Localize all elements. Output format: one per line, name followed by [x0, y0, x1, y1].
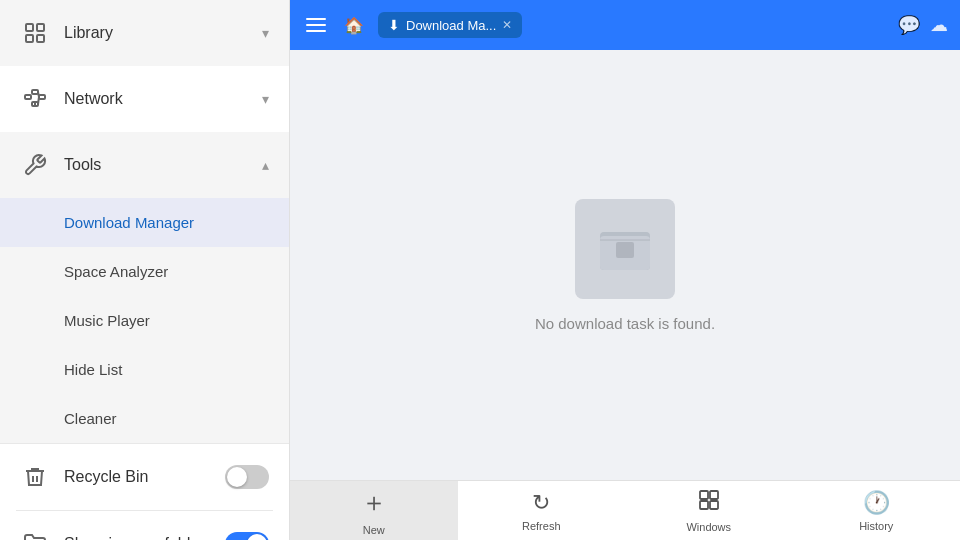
sidebar-item-library-label: Library: [64, 24, 262, 42]
tools-chevron-icon: ▴: [262, 157, 269, 173]
sidebar-bottom: Recycle Bin Show icon on folder: [0, 443, 289, 540]
plus-icon: ＋: [361, 485, 387, 520]
recycle-bin-icon: [20, 462, 50, 492]
windows-button-label: Windows: [686, 521, 731, 533]
sidebar-item-tools[interactable]: Tools ▴: [0, 132, 289, 198]
bottombar: ＋ New ↻ Refresh Windows 🕐 History: [290, 480, 960, 540]
tools-submenu: Download Manager Space Analyzer Music Pl…: [0, 198, 289, 443]
windows-icon: [698, 489, 720, 517]
svg-rect-1: [37, 24, 44, 31]
message-icon[interactable]: 💬: [898, 14, 920, 36]
new-button[interactable]: ＋ New: [290, 481, 458, 540]
network-icon: [20, 84, 50, 114]
library-chevron-icon: ▾: [262, 25, 269, 41]
svg-rect-5: [32, 90, 38, 94]
sidebar-item-tools-label: Tools: [64, 156, 262, 174]
download-manager-tab[interactable]: ⬇ Download Ma... ✕: [378, 12, 522, 38]
show-icon-toggle[interactable]: [225, 532, 269, 540]
svg-rect-0: [26, 24, 33, 31]
empty-folder-icon: [575, 199, 675, 299]
sidebar-item-network[interactable]: Network ▾: [0, 66, 289, 132]
recycle-bin-toggle-knob: [227, 467, 247, 487]
svg-rect-17: [700, 491, 708, 499]
content-area: No download task is found.: [290, 50, 960, 480]
refresh-button-label: Refresh: [522, 520, 561, 532]
folder-badge-icon: [20, 529, 50, 540]
sidebar-item-show-icon[interactable]: Show icon on folder: [0, 511, 289, 540]
show-icon-label: Show icon on folder: [64, 535, 225, 540]
history-button-label: History: [859, 520, 893, 532]
sidebar-item-library[interactable]: Library ▾: [0, 0, 289, 66]
recycle-bin-label: Recycle Bin: [64, 468, 225, 486]
sidebar: Library ▾ Network ▾: [0, 0, 290, 540]
svg-rect-2: [26, 35, 33, 42]
svg-rect-3: [37, 35, 44, 42]
submenu-item-music-player[interactable]: Music Player: [0, 296, 289, 345]
recycle-bin-toggle[interactable]: [225, 465, 269, 489]
download-tab-label: Download Ma...: [406, 18, 496, 33]
refresh-button[interactable]: ↻ Refresh: [458, 481, 626, 540]
submenu-item-download-manager[interactable]: Download Manager: [0, 198, 289, 247]
svg-rect-4: [25, 95, 31, 99]
windows-button[interactable]: Windows: [625, 481, 793, 540]
submenu-item-hide-list[interactable]: Hide List: [0, 345, 289, 394]
refresh-icon: ↻: [532, 490, 550, 516]
library-icon: [20, 18, 50, 48]
svg-rect-19: [700, 501, 708, 509]
svg-rect-20: [710, 501, 718, 509]
history-button[interactable]: 🕐 History: [793, 481, 961, 540]
sidebar-item-recycle-bin[interactable]: Recycle Bin: [0, 444, 289, 510]
close-tab-icon[interactable]: ✕: [502, 18, 512, 32]
svg-rect-7: [39, 95, 45, 99]
svg-rect-18: [710, 491, 718, 499]
tools-icon: [20, 150, 50, 180]
svg-rect-16: [616, 242, 634, 258]
topbar-right-icons: 💬 ☁: [898, 14, 948, 36]
empty-message: No download task is found.: [535, 315, 715, 332]
history-icon: 🕐: [863, 490, 890, 516]
topbar: 🏠 ⬇ Download Ma... ✕ 💬 ☁: [290, 0, 960, 50]
new-button-label: New: [363, 524, 385, 536]
show-icon-toggle-knob: [247, 534, 267, 540]
submenu-item-cleaner[interactable]: Cleaner: [0, 394, 289, 443]
svg-line-9: [38, 92, 39, 97]
cloud-icon[interactable]: ☁: [930, 14, 948, 36]
download-tab-icon: ⬇: [388, 17, 400, 33]
hamburger-menu-icon[interactable]: [302, 14, 330, 36]
submenu-item-space-analyzer[interactable]: Space Analyzer: [0, 247, 289, 296]
svg-line-10: [38, 97, 39, 104]
main-area: 🏠 ⬇ Download Ma... ✕ 💬 ☁ No download tas…: [290, 0, 960, 540]
home-icon[interactable]: 🏠: [338, 12, 370, 39]
sidebar-item-network-label: Network: [64, 90, 262, 108]
network-chevron-icon: ▾: [262, 91, 269, 107]
